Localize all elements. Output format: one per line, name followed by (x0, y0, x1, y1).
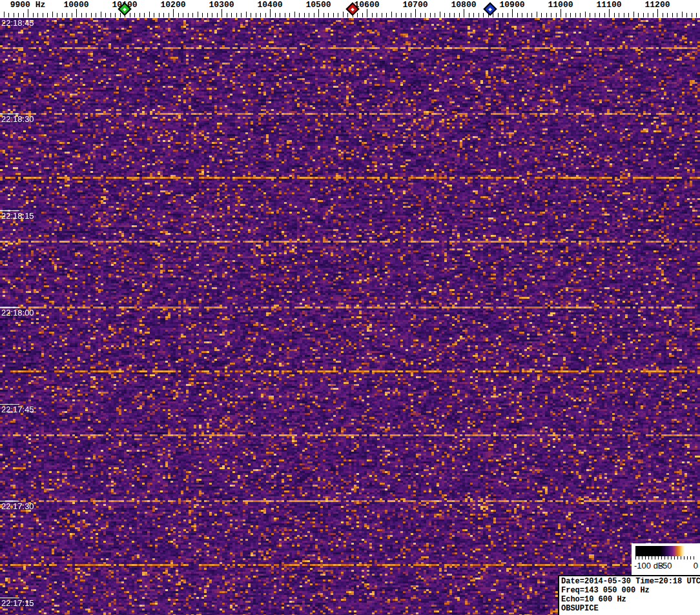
freq-tick (4, 12, 5, 17)
freq-tick (343, 12, 344, 17)
freq-label: 11100 (596, 1, 621, 9)
time-label: 22:18:30 (1, 115, 34, 124)
freq-tick (449, 13, 450, 17)
freq-tick (105, 13, 106, 17)
freq-tick (367, 9, 367, 17)
freq-tick (57, 13, 57, 17)
freq-tick (275, 13, 276, 17)
freq-tick (653, 13, 654, 17)
freq-tick (314, 13, 314, 17)
freq-tick (8, 13, 9, 17)
freq-tick (459, 13, 460, 17)
freq-tick (396, 13, 396, 17)
freq-tick (444, 13, 445, 17)
colorbar-panel: -100 dB -50 0 (632, 543, 700, 576)
freq-tick (551, 13, 551, 17)
freq-tick (638, 13, 639, 17)
freq-tick (309, 13, 309, 17)
freq-label: 10000 (63, 1, 88, 9)
freq-label: 11000 (548, 1, 573, 9)
freq-tick (173, 9, 174, 17)
freq-tick (512, 9, 513, 17)
freq-tick (498, 13, 499, 17)
freq-tick (265, 13, 266, 17)
freq-tick (663, 13, 663, 17)
freq-tick (76, 9, 77, 17)
freq-label: 10300 (209, 1, 234, 9)
freq-tick (614, 13, 615, 17)
freq-tick (696, 13, 697, 17)
freq-tick (110, 13, 111, 17)
freq-tick (149, 12, 150, 17)
freq-tick (241, 13, 242, 17)
freq-tick (435, 13, 435, 17)
freq-tick (62, 13, 63, 17)
freq-tick (590, 13, 590, 17)
freq-tick (628, 13, 629, 17)
freq-tick (619, 13, 619, 17)
freq-tick (260, 13, 261, 17)
freq-tick (67, 13, 67, 17)
freq-tick (183, 13, 183, 17)
freq-tick (502, 13, 503, 17)
freq-tick (376, 13, 377, 17)
freq-tick (120, 13, 121, 17)
time-label: 22:17:45 (1, 405, 34, 414)
freq-tick (556, 13, 557, 17)
freq-tick (527, 13, 528, 17)
freq-tick (192, 13, 193, 17)
freq-label: 9900 Hz (10, 1, 46, 9)
freq-tick (221, 9, 222, 17)
spectrogram-canvas[interactable] (0, 18, 700, 615)
freq-label: 10900 (499, 1, 524, 9)
freq-tick (47, 13, 48, 17)
freq-tick (246, 12, 247, 17)
freq-tick (294, 12, 295, 17)
freq-tick (531, 13, 532, 17)
marker-center-dot (351, 7, 355, 11)
freq-label: 10400 (257, 1, 282, 9)
freq-tick (178, 13, 179, 17)
freq-tick (231, 13, 232, 17)
freq-tick (382, 13, 382, 17)
freq-tick (154, 13, 154, 17)
freq-tick (304, 13, 305, 17)
freq-tick (483, 13, 484, 17)
marker-center-dot (488, 7, 492, 11)
colorbar-ticks (635, 556, 697, 560)
freq-tick (217, 13, 218, 17)
freq-tick (464, 9, 464, 17)
freq-tick (508, 13, 508, 17)
blue-marker-diamond-icon[interactable] (484, 2, 497, 15)
freq-tick (682, 12, 683, 17)
freq-tick (648, 13, 648, 17)
freq-tick (473, 13, 474, 17)
freq-tick (580, 13, 581, 17)
colorbar-gradient (635, 546, 696, 556)
freq-tick (454, 13, 455, 17)
freq-tick (609, 9, 610, 17)
freq-tick (198, 12, 198, 17)
freq-tick (28, 9, 28, 17)
freq-tick (202, 13, 203, 17)
freq-tick (251, 13, 251, 17)
freq-tick (633, 12, 634, 17)
freq-tick (130, 13, 130, 17)
time-label: 22:17:30 (1, 502, 34, 511)
freq-tick (575, 13, 576, 17)
freq-label: 11200 (644, 1, 670, 9)
freq-tick (401, 13, 402, 17)
freq-tick (37, 13, 38, 17)
freq-tick (227, 13, 227, 17)
freq-tick (72, 13, 72, 17)
freq-tick (212, 13, 212, 17)
freq-tick (101, 12, 101, 17)
frequency-ruler: 9900 Hz100001010010200103001040010500106… (0, 0, 700, 18)
freq-tick (43, 13, 43, 17)
freq-tick (430, 13, 431, 17)
freq-tick (546, 13, 547, 17)
marker-center-dot (123, 7, 127, 11)
freq-tick (667, 13, 668, 17)
freq-tick (14, 13, 14, 17)
freq-label: 10800 (451, 1, 476, 9)
